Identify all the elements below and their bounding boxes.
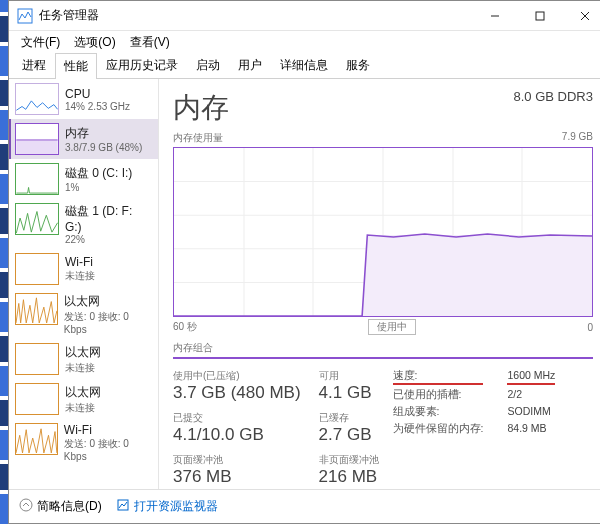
stats-right: 速度:1600 MHz 已使用的插槽:2/2 组成要素:SODIMM 为硬件保留… xyxy=(393,369,556,487)
window-title: 任务管理器 xyxy=(39,7,472,24)
memory-spec: 8.0 GB DDR3 xyxy=(514,89,593,104)
sidebar-item-cpu[interactable]: CPU14% 2.53 GHz xyxy=(9,79,158,119)
tab-startup[interactable]: 启动 xyxy=(187,52,229,78)
stat-avail-label: 可用 xyxy=(319,369,379,383)
stat-committed-value: 4.1/10.0 GB xyxy=(173,425,301,445)
tab-services[interactable]: 服务 xyxy=(337,52,379,78)
sidebar-sub: 14% 2.53 GHz xyxy=(65,101,130,112)
stat-speed-label: 速度: xyxy=(393,369,484,385)
open-resource-monitor-label: 打开资源监视器 xyxy=(134,498,218,515)
menu-view[interactable]: 查看(V) xyxy=(124,32,176,53)
stat-slots-label: 已使用的插槽: xyxy=(393,388,484,402)
sidebar-sub: 3.8/7.9 GB (48%) xyxy=(65,142,142,153)
tab-details[interactable]: 详细信息 xyxy=(271,52,337,78)
desktop-left-gutter xyxy=(0,0,8,524)
disk-thumb xyxy=(15,163,59,195)
stat-slots-value: 2/2 xyxy=(507,388,555,402)
stat-cached-value: 2.7 GB xyxy=(319,425,379,445)
chart-time-label: 60 秒 xyxy=(173,320,197,334)
stat-paged-label: 页面缓冲池 xyxy=(173,453,301,467)
chevron-up-icon xyxy=(19,498,33,515)
stat-committed-label: 已提交 xyxy=(173,411,301,425)
memory-thumb xyxy=(15,123,59,155)
window-controls xyxy=(472,1,600,31)
sidebar-label: CPU xyxy=(65,87,130,101)
composition-label: 内存组合 xyxy=(173,341,593,355)
tab-app-history[interactable]: 应用历史记录 xyxy=(97,52,187,78)
sidebar-sub: 22% xyxy=(65,234,152,245)
sidebar-sub: 1% xyxy=(65,182,132,193)
close-button[interactable] xyxy=(562,1,600,31)
page-title: 内存 xyxy=(173,89,229,127)
main-panel: 内存 8.0 GB DDR3 内存使用量 7.9 GB 60 秒 xyxy=(159,79,600,489)
sidebar-item-memory[interactable]: 内存3.8/7.9 GB (48%) xyxy=(9,119,158,159)
task-manager-window: 任务管理器 文件(F) 选项(O) 查看(V) 进程 性能 应用历史记录 启动 … xyxy=(8,0,600,524)
stat-speed-value: 1600 MHz xyxy=(507,369,555,385)
sidebar-label: 磁盘 0 (C: I:) xyxy=(65,165,132,182)
tabbar: 进程 性能 应用历史记录 启动 用户 详细信息 服务 xyxy=(9,53,600,79)
sidebar-label: 以太网 xyxy=(64,293,152,310)
sidebar-label: 以太网 xyxy=(65,384,101,401)
menu-options[interactable]: 选项(O) xyxy=(68,32,121,53)
sidebar-label: 磁盘 1 (D: F: G:) xyxy=(65,203,152,234)
sidebar-label: 以太网 xyxy=(65,344,101,361)
maximize-button[interactable] xyxy=(517,1,562,31)
stat-reserved-value: 84.9 MB xyxy=(507,422,555,436)
sidebar-label: Wi-Fi xyxy=(65,255,95,269)
titlebar: 任务管理器 xyxy=(9,1,600,31)
sidebar-item-wifi[interactable]: Wi-Fi发送: 0 接收: 0 Kbps xyxy=(9,419,158,466)
sidebar: CPU14% 2.53 GHz 内存3.8/7.9 GB (48%) 磁盘 0 … xyxy=(9,79,159,489)
stat-used-value: 3.7 GB (480 MB) xyxy=(173,383,301,403)
sidebar-item-ethernet[interactable]: 以太网发送: 0 接收: 0 Kbps xyxy=(9,289,158,339)
tab-performance[interactable]: 性能 xyxy=(55,53,97,79)
stat-avail-value: 4.1 GB xyxy=(319,383,379,403)
menubar: 文件(F) 选项(O) 查看(V) xyxy=(9,31,600,53)
stats-left: 使用中(已压缩)3.7 GB (480 MB) 可用4.1 GB 已提交4.1/… xyxy=(173,369,379,487)
stat-nonpaged-value: 216 MB xyxy=(319,467,379,487)
chart-usage-max: 7.9 GB xyxy=(562,131,593,145)
brief-info-label: 简略信息(D) xyxy=(37,498,102,515)
bottombar: 简略信息(D) 打开资源监视器 xyxy=(9,489,600,523)
stat-form-value: SODIMM xyxy=(507,405,555,419)
stat-cached-label: 已缓存 xyxy=(319,411,379,425)
inuse-badge: 使用中 xyxy=(368,319,416,335)
ethernet-thumb xyxy=(15,383,59,415)
open-resource-monitor-link[interactable]: 打开资源监视器 xyxy=(116,498,218,515)
sidebar-sub: 发送: 0 接收: 0 Kbps xyxy=(64,437,152,462)
sidebar-sub: 未连接 xyxy=(65,269,95,283)
disk-thumb xyxy=(15,203,59,235)
wifi-thumb xyxy=(15,253,59,285)
stat-paged-value: 376 MB xyxy=(173,467,301,487)
stats: 使用中(已压缩)3.7 GB (480 MB) 可用4.1 GB 已提交4.1/… xyxy=(173,369,593,487)
chart-time-zero: 0 xyxy=(587,322,593,333)
chart-usage-label: 内存使用量 xyxy=(173,131,223,145)
minimize-button[interactable] xyxy=(472,1,517,31)
svg-rect-5 xyxy=(16,140,57,154)
sidebar-item-ethernet[interactable]: 以太网未连接 xyxy=(9,379,158,419)
content: CPU14% 2.53 GHz 内存3.8/7.9 GB (48%) 磁盘 0 … xyxy=(9,79,600,489)
sidebar-item-disk1[interactable]: 磁盘 1 (D: F: G:)22% xyxy=(9,199,158,249)
stat-nonpaged-label: 非页面缓冲池 xyxy=(319,453,379,467)
memory-usage-chart[interactable] xyxy=(173,147,593,317)
sidebar-item-ethernet[interactable]: 以太网未连接 xyxy=(9,339,158,379)
cpu-thumb xyxy=(15,83,59,115)
stat-form-label: 组成要素: xyxy=(393,405,484,419)
sidebar-label: 内存 xyxy=(65,125,142,142)
tab-processes[interactable]: 进程 xyxy=(13,52,55,78)
app-icon xyxy=(17,8,33,24)
sidebar-label: Wi-Fi xyxy=(64,423,152,437)
menu-file[interactable]: 文件(F) xyxy=(15,32,66,53)
stat-used-label: 使用中(已压缩) xyxy=(173,369,301,383)
ethernet-thumb xyxy=(15,343,59,375)
sidebar-item-wifi[interactable]: Wi-Fi未连接 xyxy=(9,249,158,289)
svg-point-15 xyxy=(20,499,32,511)
brief-info-button[interactable]: 简略信息(D) xyxy=(19,498,102,515)
sidebar-item-disk0[interactable]: 磁盘 0 (C: I:)1% xyxy=(9,159,158,199)
stat-reserved-label: 为硬件保留的内存: xyxy=(393,422,484,436)
ethernet-thumb xyxy=(15,293,58,325)
sidebar-sub: 未连接 xyxy=(65,401,101,415)
wifi-thumb xyxy=(15,423,58,455)
sidebar-sub: 未连接 xyxy=(65,361,101,375)
tab-users[interactable]: 用户 xyxy=(229,52,271,78)
memory-composition-chart[interactable] xyxy=(173,357,593,359)
